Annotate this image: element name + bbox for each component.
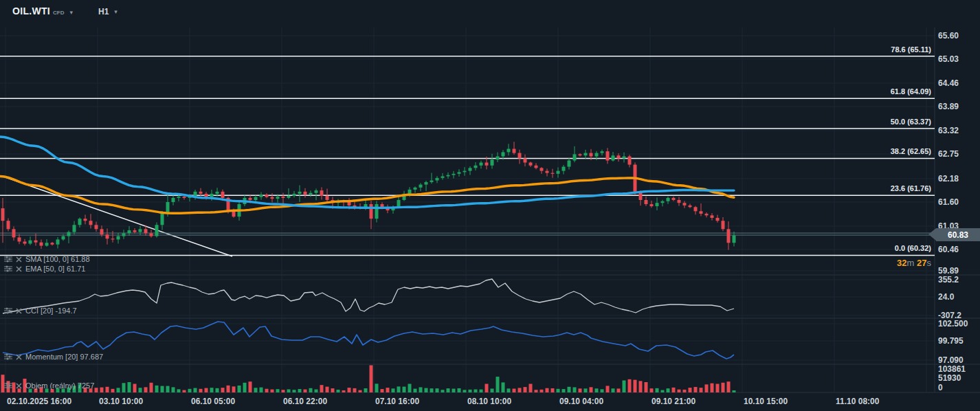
indicator-row-volume: Objem (reálny) 7257: [4, 381, 94, 390]
indicator-label-ema: EMA [50, 0] 61.71: [25, 265, 85, 273]
indicator-label-cci: CCI [20] -194.7: [25, 307, 77, 315]
fib-level-label: 78.6 (65.11): [891, 45, 931, 54]
candle-countdown: 32m 27s: [897, 258, 931, 268]
countdown-seconds: 27: [917, 258, 926, 268]
indicator-label-volume: Objem (reálny) 7257: [25, 381, 94, 390]
indicator-row-momentum: Momentum [20] 97.687: [4, 352, 103, 362]
indicator-settings-icon[interactable]: [4, 265, 12, 272]
countdown-minutes: 32: [897, 258, 906, 268]
indicator-row-cci: CCI [20] -194.7: [4, 306, 77, 315]
indicator-settings-icon[interactable]: [4, 307, 12, 314]
indicator-label-momentum: Momentum [20] 97.687: [25, 353, 103, 361]
timeframe-label: H1: [98, 7, 109, 16]
current-price-tag: 60.83: [936, 228, 980, 241]
fib-level-label: 61.8 (64.09): [891, 87, 931, 96]
indicator-remove-icon[interactable]: [16, 256, 22, 263]
indicator-settings-icon[interactable]: [4, 256, 12, 263]
price-axis[interactable]: [935, 27, 980, 392]
indicator-row-ema: EMA [50, 0] 61.71: [4, 264, 85, 274]
indicator-remove-icon[interactable]: [16, 308, 22, 314]
fib-level-label: 0.0 (60.32): [895, 244, 931, 253]
symbol-name: OIL.WTI: [12, 5, 50, 16]
fib-level-label: 50.0 (63.37): [891, 118, 931, 126]
trading-chart-window: OIL.WTI CFD ▾ H1 ▾ 65.6065.0364.4663.896…: [0, 0, 980, 411]
chevron-down-icon: ▾: [69, 9, 73, 16]
fib-level-label: 38.2 (62.65): [891, 147, 931, 156]
indicator-settings-icon[interactable]: [4, 353, 12, 360]
fib-level-label: 23.6 (61.76): [891, 184, 931, 193]
indicator-settings-icon[interactable]: [4, 382, 12, 389]
indicator-remove-icon[interactable]: [16, 354, 22, 360]
current-price-value: 60.83: [948, 230, 968, 240]
chart-canvas[interactable]: [0, 0, 980, 411]
countdown-sec-unit: s: [927, 258, 932, 268]
indicator-label-sma: SMA [100, 0] 61.88: [25, 255, 90, 263]
time-axis[interactable]: [0, 392, 980, 411]
indicator-remove-icon[interactable]: [16, 266, 22, 272]
instrument-type-tag: CFD: [53, 10, 64, 16]
symbol-selector[interactable]: OIL.WTI CFD ▾: [12, 5, 73, 16]
indicator-remove-icon[interactable]: [16, 383, 22, 389]
countdown-min-unit: m: [907, 258, 915, 268]
timeframe-selector[interactable]: H1 ▾: [98, 7, 118, 16]
indicator-row-sma: SMA [100, 0] 61.88: [4, 254, 90, 264]
chevron-down-icon: ▾: [114, 8, 118, 15]
